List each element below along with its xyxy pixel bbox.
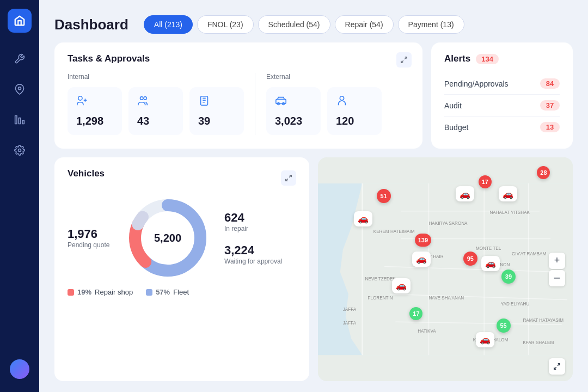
vehicles-legend: 19% Repair shop 57% Fleet: [68, 288, 296, 296]
svg-marker-18: [340, 183, 573, 355]
legend-pct-fleet: 57%: [156, 288, 170, 296]
tasks-card: Tasks & Approvals Internal: [54, 42, 422, 149]
filter-tab-fnol[interactable]: FNOL (23): [197, 15, 254, 34]
sidebar: [0, 0, 39, 392]
vertical-divider: [255, 73, 255, 135]
alerts-header: Alerts 134: [444, 53, 560, 64]
map-pin-55: 55: [497, 318, 511, 333]
waiting-stat: 3,224 Waiting for approval: [224, 243, 282, 265]
task-value-2: 43: [137, 115, 174, 127]
task-item-5: 120: [327, 87, 382, 135]
internal-items: 1,298 43: [68, 87, 244, 135]
right-stats: 624 In repair 3,224 Waiting for approval: [224, 211, 282, 265]
alert-count-pending: 84: [540, 78, 560, 89]
page-title: Dashboard: [54, 16, 128, 33]
internal-section: Internal 1,298: [68, 73, 244, 135]
legend-name-fleet: Fleet: [173, 288, 189, 296]
legend-dot-repair: [68, 289, 74, 296]
svg-text:FLORENTIN: FLORENTIN: [368, 296, 393, 301]
filter-tab-all[interactable]: All (213): [144, 15, 193, 34]
vehicles-expand-button[interactable]: [281, 170, 296, 186]
map-card: KEREM HATEIMAIM HAKIRYA SARONA NAHALAT Y…: [318, 157, 573, 381]
internal-label: Internal: [68, 73, 244, 81]
svg-point-12: [340, 96, 344, 100]
svg-text:V HAIR: V HAIR: [428, 254, 443, 259]
svg-rect-1: [15, 116, 17, 124]
map-pin-51: 51: [377, 189, 391, 203]
pending-stat: 1,976 Pending quote: [68, 227, 111, 249]
map-pin-139: 139: [415, 234, 431, 247]
svg-text:KEREM HATEIMAIM: KEREM HATEIMAIM: [373, 229, 415, 234]
waiting-value: 3,224: [224, 243, 282, 258]
map-pin-39: 39: [501, 270, 516, 284]
map-fullscreen-button[interactable]: [549, 358, 565, 375]
map-car-4: 🚗: [412, 252, 431, 267]
alert-row-pending: Pending/Approvals 84: [444, 73, 560, 95]
svg-text:JAFFA: JAFFA: [343, 321, 357, 326]
alerts-title: Alerts: [444, 53, 470, 64]
svg-text:RAMAT HATAYASIM: RAMAT HATAYASIM: [523, 318, 564, 323]
external-label: External: [266, 73, 409, 81]
svg-rect-8: [201, 96, 208, 106]
zoom-out-button[interactable]: −: [549, 270, 565, 286]
alerts-card: Alerts 134 Pending/Approvals 84 Audit 37…: [431, 42, 573, 149]
legend-fleet: 57% Fleet: [146, 288, 189, 296]
pending-value: 1,976: [68, 227, 111, 241]
legend-pct-repair: 19%: [77, 288, 91, 296]
in-repair-stat: 624 In repair: [224, 211, 282, 232]
legend-name-repair: Repair shop: [95, 288, 133, 296]
svg-point-7: [144, 97, 147, 100]
map-svg: KEREM HATEIMAIM HAKIRYA SARONA NAHALAT Y…: [318, 157, 573, 381]
in-repair-label: In repair: [224, 225, 282, 232]
task-item-4: 3,023: [266, 87, 321, 135]
map-car-7: 🚗: [476, 332, 494, 347]
sidebar-item-settings[interactable]: [8, 138, 32, 162]
task-item-3: 39: [189, 87, 244, 135]
person-icon: [76, 95, 113, 109]
task-value-4: 3,023: [275, 115, 312, 127]
map-car-5: 🚗: [392, 278, 411, 293]
map-pin-17a: 17: [479, 175, 492, 188]
in-repair-value: 624: [224, 211, 282, 225]
task-value-5: 120: [336, 115, 373, 127]
filter-tab-payment[interactable]: Payment (13): [398, 15, 464, 34]
sidebar-item-location[interactable]: [8, 77, 32, 101]
donut-section: 1,976 Pending quote: [68, 194, 296, 281]
alert-row-budget: Budget 13: [444, 117, 560, 138]
tasks-title: Tasks & Approvals: [68, 53, 409, 64]
donut-chart: 5,200: [124, 194, 211, 281]
svg-text:YAD ELIYAHU: YAD ELIYAHU: [501, 302, 530, 307]
user-avatar[interactable]: [10, 359, 29, 379]
bottom-row: Vehicles 1,976 Pending quote: [54, 157, 573, 381]
donut-center: 5,200: [154, 232, 181, 244]
svg-text:GIV'AT RAMBAM: GIV'AT RAMBAM: [512, 252, 546, 256]
legend-dot-fleet: [146, 289, 152, 296]
donut-center-value: 5,200: [154, 232, 181, 244]
svg-point-6: [140, 97, 144, 100]
svg-text:NEVE TZEDEK: NEVE TZEDEK: [365, 277, 396, 281]
task-value-1: 1,298: [76, 115, 113, 127]
map-car-6: 🚗: [481, 256, 500, 271]
user-avatar-container: [10, 359, 29, 379]
filter-tab-repair[interactable]: Repair (54): [335, 15, 394, 34]
alert-label-budget: Budget: [444, 123, 468, 132]
sidebar-item-tools[interactable]: [8, 47, 32, 71]
svg-point-0: [19, 87, 21, 90]
filter-tabs: All (213) FNOL (23) Scheduled (54) Repai…: [144, 15, 464, 34]
legend-repair-shop: 19% Repair shop: [68, 288, 133, 296]
filter-tab-scheduled[interactable]: Scheduled (54): [258, 15, 330, 34]
top-row: Tasks & Approvals Internal: [54, 42, 573, 149]
map-car-3: 🚗: [499, 186, 517, 201]
alerts-total-badge: 134: [476, 54, 499, 64]
sidebar-item-charts[interactable]: [8, 108, 32, 132]
map-background: KEREM HATEIMAIM HAKIRYA SARONA NAHALAT Y…: [318, 157, 573, 381]
task-value-3: 39: [198, 115, 235, 127]
map-car-2: 🚗: [456, 186, 474, 201]
vehicles-card: Vehicles 1,976 Pending quote: [54, 157, 309, 381]
task-item-1: 1,298: [68, 87, 122, 135]
sidebar-logo[interactable]: [8, 9, 32, 33]
group-icon: [137, 95, 174, 109]
expand-button[interactable]: [396, 52, 412, 68]
zoom-in-button[interactable]: +: [549, 253, 565, 269]
alert-label-audit: Audit: [444, 101, 462, 110]
